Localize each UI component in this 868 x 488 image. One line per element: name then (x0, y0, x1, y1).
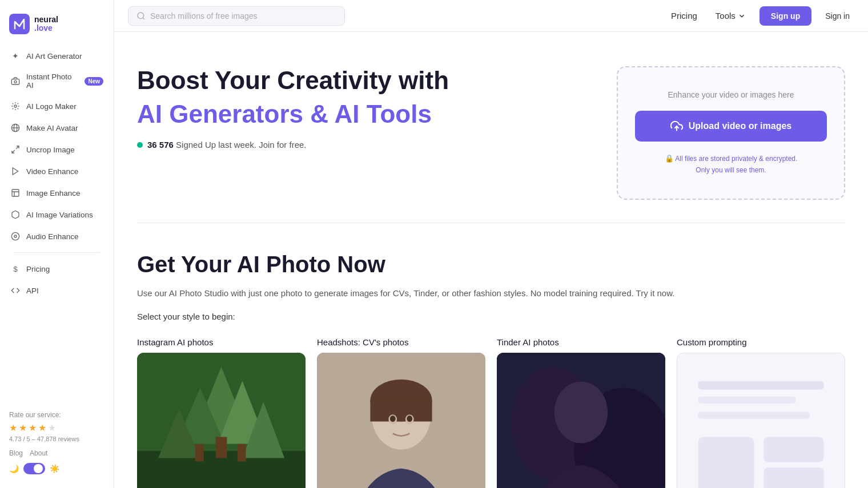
star-3: ★ (29, 422, 37, 433)
star-2: ★ (19, 422, 27, 433)
svg-line-13 (143, 18, 144, 19)
photo-card-instagram[interactable]: Instagram AI photos (137, 337, 306, 488)
stat-text: 36 576 Signed Up last week. Join for fre… (147, 140, 307, 150)
logo-text-2: .love (34, 24, 58, 33)
search-bar[interactable] (128, 6, 345, 26)
star-5: ★ (48, 422, 56, 433)
tools-label: Tools (716, 11, 736, 21)
sidebar-item-audio-enhance[interactable]: Audio Enhance (5, 226, 109, 247)
logo-text: neural (34, 15, 58, 24)
svg-point-33 (407, 416, 412, 422)
about-link[interactable]: About (30, 449, 47, 457)
play-icon (10, 166, 21, 176)
sidebar-label-audio: Audio Enhance (26, 232, 79, 241)
sidebar-item-uncrop[interactable]: Uncrop Image (5, 139, 109, 160)
star-1: ★ (9, 422, 17, 433)
footer-links: Blog About (9, 449, 105, 457)
photo-section-title: Get Your AI Photo Now (137, 252, 845, 277)
svg-point-3 (14, 105, 17, 107)
photo-section: Get Your AI Photo Now Use our AI Photo S… (114, 223, 868, 488)
svg-marker-8 (13, 168, 18, 175)
upload-icon (670, 120, 683, 132)
upload-card: Enhance your video or images here Upload… (617, 66, 845, 200)
tinder-svg (497, 353, 665, 488)
navbar: Pricing Tools Sign up Sign in (114, 0, 868, 32)
sidebar-label-ai-art: AI Art Generator (26, 52, 82, 61)
pricing-link[interactable]: Pricing (666, 7, 702, 24)
photo-img-custom (677, 353, 845, 488)
camera-icon (10, 76, 21, 86)
globe-icon (10, 123, 21, 133)
svg-rect-29 (370, 401, 432, 422)
logo-icon (9, 14, 30, 34)
headshot-svg (317, 353, 485, 488)
sidebar-item-ai-image-variations[interactable]: AI Image Variations (5, 204, 109, 225)
hero-title: Boost Your Creativity with (137, 66, 594, 95)
sidebar-label-logo: AI Logo Maker (26, 102, 77, 111)
hero-text: Boost Your Creativity with AI Generators… (137, 66, 594, 150)
sidebar-item-pricing[interactable]: $ Pricing (5, 259, 109, 279)
svg-point-38 (554, 381, 608, 443)
sidebar-label-video-enhance: Video Enhance (26, 167, 78, 176)
sidebar-nav: ✦ AI Art Generator Instant Photo AI New … (0, 46, 114, 406)
new-badge: New (85, 77, 103, 86)
upload-button[interactable]: Upload video or images (635, 111, 827, 142)
tools-dropdown[interactable]: Tools (711, 7, 750, 24)
sidebar-item-api[interactable]: API (5, 280, 109, 301)
photo-card-headshot[interactable]: Headshots: CV's photos (317, 337, 485, 488)
sidebar-item-ai-art-generator[interactable]: ✦ AI Art Generator (5, 46, 109, 66)
sun-icon: ☀️ (50, 464, 59, 473)
svg-rect-22 (216, 437, 227, 458)
photo-section-desc: Use our AI Photo Studio with just one ph… (137, 287, 685, 300)
stat-number: 36 576 (147, 140, 174, 150)
upload-security: 🔒 All files are stored privately & encry… (665, 153, 798, 176)
sidebar-item-video-enhance[interactable]: Video Enhance (5, 161, 109, 182)
photo-card-custom[interactable]: Custom prompting (677, 337, 845, 488)
photo-label-instagram: Instagram AI photos (137, 337, 306, 347)
logo[interactable]: neural .love (0, 9, 114, 46)
search-input[interactable] (150, 11, 336, 21)
stat-description: Signed Up last week. Join for free. (176, 140, 306, 150)
svg-point-11 (14, 235, 17, 237)
sidebar-item-ai-avatar[interactable]: Make AI Avatar (5, 118, 109, 138)
svg-rect-43 (698, 437, 754, 488)
theme-toggle-track[interactable] (23, 463, 45, 474)
paint-icon (10, 101, 21, 111)
blog-link[interactable]: Blog (9, 449, 23, 457)
search-icon (136, 11, 146, 21)
sidebar-item-ai-logo[interactable]: AI Logo Maker (5, 96, 109, 116)
upload-card-title: Enhance your video or images here (668, 90, 794, 99)
photo-grid: Instagram AI photos (137, 337, 845, 488)
photo-img-instagram (137, 353, 306, 488)
svg-point-32 (390, 416, 396, 422)
photo-label-tinder: Tinder AI photos (497, 337, 665, 347)
online-dot (137, 142, 143, 148)
theme-toggle[interactable]: 🌙 ☀️ (9, 463, 105, 474)
sparkle-icon: ✦ (10, 51, 21, 61)
signin-button[interactable]: Sign in (821, 6, 854, 26)
svg-line-7 (12, 150, 15, 153)
hero-section: Boost Your Creativity with AI Generators… (114, 32, 868, 223)
custom-svg (677, 353, 845, 488)
api-icon (10, 285, 21, 296)
svg-point-2 (14, 80, 17, 83)
photo-card-tinder[interactable]: Tinder AI photos (497, 337, 665, 488)
sidebar-label-uncrop: Uncrop Image (26, 146, 75, 154)
lock-icon: 🔒 (665, 154, 674, 163)
sidebar-bottom: Rate our service: ★ ★ ★ ★ ★ 4.73 / 5 – 4… (0, 406, 114, 479)
hero-subtitle: AI Generators & AI Tools (137, 100, 594, 129)
star-4: ★ (38, 422, 46, 433)
rate-label: Rate our service: (9, 411, 105, 419)
svg-line-6 (16, 146, 19, 149)
sidebar-label-variations: AI Image Variations (26, 211, 93, 219)
chevron-down-icon (738, 12, 746, 20)
sidebar-item-instant-photo[interactable]: Instant Photo AI New (5, 67, 109, 95)
sidebar-item-image-enhance[interactable]: Image Enhance (5, 183, 109, 203)
svg-rect-45 (763, 467, 823, 488)
theme-toggle-thumb (34, 464, 43, 473)
signup-button[interactable]: Sign up (760, 6, 811, 26)
svg-rect-42 (698, 412, 810, 419)
svg-point-12 (138, 13, 144, 19)
star-rating: ★ ★ ★ ★ ★ (9, 422, 105, 433)
security-line2: Only you will see them. (696, 166, 766, 174)
